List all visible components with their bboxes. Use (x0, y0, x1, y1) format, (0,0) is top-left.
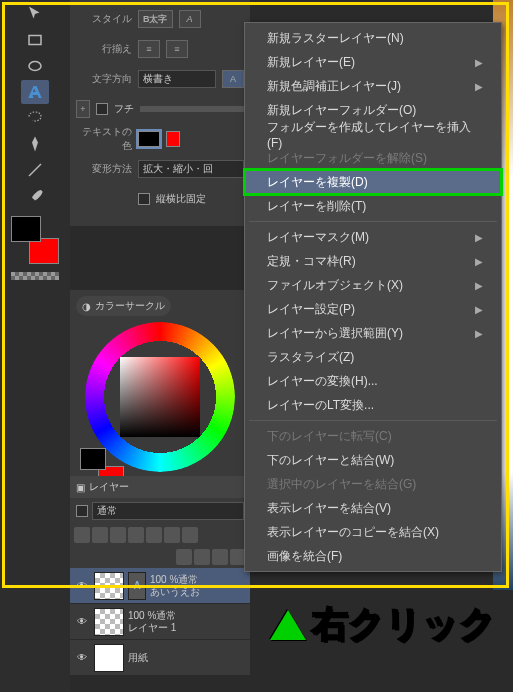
layer-action-button[interactable] (212, 549, 228, 565)
tool-rect[interactable] (21, 28, 49, 52)
tool-brush[interactable] (21, 184, 49, 208)
menu-item-label: 定規・コマ枠(R) (267, 253, 356, 270)
align-label: 行揃え (76, 42, 132, 56)
layer-name: 100 %通常レイヤー 1 (128, 610, 246, 634)
sv-box[interactable] (120, 357, 200, 437)
menu-item-label: レイヤーの変換(H)... (267, 373, 378, 390)
menu-item[interactable]: 新規レイヤー(E)▶ (245, 50, 501, 74)
color-panel: ◑ カラーサークル (70, 290, 250, 494)
visibility-icon[interactable]: 👁 (74, 616, 90, 627)
align-left-button[interactable]: ≡ (138, 40, 160, 58)
submenu-arrow-icon: ▶ (475, 256, 483, 267)
alpha-strip (11, 272, 59, 280)
frame-checkbox[interactable] (96, 103, 108, 115)
style-label: スタイル (76, 12, 132, 26)
expand-frame-button[interactable]: + (76, 100, 90, 118)
swatch-fg[interactable] (11, 216, 41, 242)
menu-item: 下のレイヤーに転写(C) (245, 424, 501, 448)
tool-line[interactable] (21, 158, 49, 182)
frame-label: フチ (114, 102, 134, 116)
submenu-arrow-icon: ▶ (475, 81, 483, 92)
tool-arrow[interactable] (21, 2, 49, 26)
annotation-text: 右クリック (312, 600, 496, 649)
layer-tool-7[interactable] (182, 527, 198, 543)
layer-tool-4[interactable] (128, 527, 144, 543)
annotation-rightclick: 右クリック (270, 600, 496, 649)
new-folder-button[interactable] (194, 549, 210, 565)
frame-slider[interactable] (140, 106, 244, 112)
color-panel-tab[interactable]: ◑ カラーサークル (76, 296, 171, 316)
submenu-arrow-icon: ▶ (475, 57, 483, 68)
layer-row[interactable]: 👁用紙 (70, 640, 250, 676)
layer-tool-1[interactable] (74, 527, 90, 543)
menu-item: 選択中のレイヤーを結合(G) (245, 472, 501, 496)
align-center-button[interactable]: ≡ (166, 40, 188, 58)
menu-item[interactable]: 下のレイヤーと結合(W) (245, 448, 501, 472)
layer-tool-6[interactable] (164, 527, 180, 543)
tool-ellipse[interactable] (21, 54, 49, 78)
menu-item-label: ファイルオブジェクト(X) (267, 277, 403, 294)
menu-item-label: 選択中のレイヤーを結合(G) (267, 476, 416, 493)
layer-context-menu: 新規ラスターレイヤー(N)新規レイヤー(E)▶新規色調補正レイヤー(J)▶新規レ… (244, 22, 502, 572)
layer-thumbnail (94, 608, 124, 636)
lockaspect-checkbox[interactable] (138, 193, 150, 205)
bold-button[interactable]: B太字 (138, 10, 173, 28)
layer-row[interactable]: 👁A100 %通常あいうえお (70, 568, 250, 604)
visibility-icon[interactable]: 👁 (74, 652, 90, 663)
menu-item[interactable]: レイヤーの変換(H)... (245, 369, 501, 393)
menu-item[interactable]: 表示レイヤーを結合(V) (245, 496, 501, 520)
dir-dropdown[interactable]: 横書き (138, 70, 216, 88)
menu-item-label: レイヤーのLT変換... (267, 397, 374, 414)
menu-item[interactable]: レイヤーのLT変換... (245, 393, 501, 417)
new-layer-button[interactable] (176, 549, 192, 565)
menu-item[interactable]: 新規ラスターレイヤー(N) (245, 26, 501, 50)
menu-item[interactable]: 定規・コマ枠(R)▶ (245, 249, 501, 273)
menu-item[interactable]: 新規色調補正レイヤー(J)▶ (245, 74, 501, 98)
layer-name: 100 %通常あいうえお (150, 574, 246, 598)
menu-item-label: レイヤーマスク(M) (267, 229, 369, 246)
layer-thumbnail (94, 572, 124, 600)
color-tab-label: カラーサークル (95, 299, 165, 313)
layer-tool-2[interactable] (92, 527, 108, 543)
italic-button[interactable]: A (179, 10, 201, 28)
menu-item[interactable]: レイヤーマスク(M)▶ (245, 225, 501, 249)
visibility-icon[interactable]: 👁 (74, 580, 90, 591)
transform-label: 変形方法 (76, 162, 132, 176)
menu-item-label: 新規レイヤーフォルダー(O) (267, 102, 416, 119)
layer-row[interactable]: 👁100 %通常レイヤー 1 (70, 604, 250, 640)
menu-item[interactable]: レイヤーを削除(T) (245, 194, 501, 218)
blend-dropdown[interactable]: 通常 (92, 502, 244, 520)
tool-text[interactable] (21, 80, 49, 104)
menu-item-label: 下のレイヤーに転写(C) (267, 428, 392, 445)
menu-item[interactable]: レイヤーから選択範囲(Y)▶ (245, 321, 501, 345)
menu-item-label: レイヤーから選択範囲(Y) (267, 325, 403, 342)
submenu-arrow-icon: ▶ (475, 328, 483, 339)
tool-lasso[interactable] (21, 106, 49, 130)
menu-item-label: フォルダーを作成してレイヤーを挿入(F) (267, 119, 483, 150)
menu-item[interactable]: 画像を統合(F) (245, 544, 501, 568)
menu-item[interactable]: フォルダーを作成してレイヤーを挿入(F) (245, 122, 501, 146)
layer-tool-3[interactable] (110, 527, 126, 543)
menu-item-label: レイヤーフォルダーを解除(S) (267, 150, 427, 167)
menu-item-label: レイヤー設定(P) (267, 301, 355, 318)
menu-item-label: 新規ラスターレイヤー(N) (267, 30, 404, 47)
textcolor-sub[interactable] (166, 131, 180, 147)
menu-item[interactable]: レイヤー設定(P)▶ (245, 297, 501, 321)
lockaspect-label: 縦横比固定 (156, 192, 206, 206)
menu-item[interactable]: 表示レイヤーのコピーを結合(X) (245, 520, 501, 544)
menu-item[interactable]: ファイルオブジェクト(X)▶ (245, 273, 501, 297)
submenu-arrow-icon: ▶ (475, 304, 483, 315)
menu-item-label: レイヤーを削除(T) (267, 198, 366, 215)
tool-colors[interactable] (11, 216, 59, 264)
blend-checkbox[interactable] (76, 505, 88, 517)
textcolor-main[interactable] (138, 131, 160, 147)
menu-item[interactable]: レイヤーを複製(D) (245, 170, 501, 194)
tool-pen[interactable] (21, 132, 49, 156)
menu-item-label: 新規レイヤー(E) (267, 54, 355, 71)
transform-dropdown[interactable]: 拡大・縮小・回 (138, 160, 244, 178)
layer-tool-5[interactable] (146, 527, 162, 543)
dir-option-button[interactable]: A (222, 70, 244, 88)
menu-item[interactable]: ラスタライズ(Z) (245, 345, 501, 369)
layer-toolbar (70, 524, 250, 546)
mini-swatch-fg[interactable] (80, 448, 106, 470)
